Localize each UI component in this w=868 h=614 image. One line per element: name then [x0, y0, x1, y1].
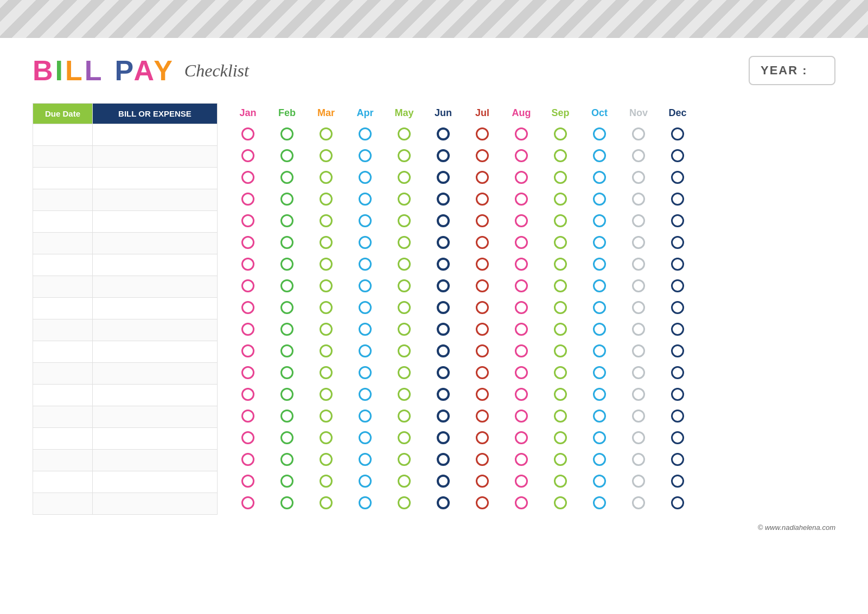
year-box[interactable]: YEAR : — [749, 56, 835, 85]
check-cell-jun[interactable] — [424, 363, 463, 385]
circle-jan[interactable] — [241, 366, 254, 379]
check-cell-jun[interactable] — [424, 276, 463, 298]
check-cell-sep[interactable] — [541, 276, 580, 298]
circle-apr[interactable] — [359, 431, 372, 444]
circle-nov[interactable] — [632, 149, 645, 162]
bill-expense-cell[interactable] — [93, 385, 218, 406]
circle-apr[interactable] — [359, 344, 372, 357]
check-cell-jan[interactable] — [228, 146, 267, 168]
check-cell-jun[interactable] — [424, 406, 463, 428]
circle-aug[interactable] — [515, 475, 528, 488]
check-cell-apr[interactable] — [346, 406, 385, 428]
check-cell-dec[interactable] — [658, 406, 697, 428]
circle-oct[interactable] — [593, 323, 606, 336]
check-cell-nov[interactable] — [619, 450, 658, 471]
circle-jan[interactable] — [241, 323, 254, 336]
check-cell-aug[interactable] — [502, 298, 541, 319]
circle-mar[interactable] — [320, 496, 333, 509]
circle-jun[interactable] — [437, 410, 450, 423]
circle-dec[interactable] — [671, 236, 684, 249]
check-cell-jul[interactable] — [463, 211, 502, 233]
check-cell-jul[interactable] — [463, 233, 502, 254]
circle-may[interactable] — [398, 301, 411, 314]
circle-aug[interactable] — [515, 323, 528, 336]
check-cell-may[interactable] — [385, 254, 424, 276]
circle-nov[interactable] — [632, 171, 645, 184]
circle-may[interactable] — [398, 214, 411, 227]
circle-jul[interactable] — [476, 214, 489, 227]
circle-apr[interactable] — [359, 171, 372, 184]
circle-oct[interactable] — [593, 496, 606, 509]
check-cell-feb[interactable] — [267, 341, 307, 363]
check-cell-jun[interactable] — [424, 124, 463, 146]
circle-sep[interactable] — [554, 236, 567, 249]
check-cell-jul[interactable] — [463, 471, 502, 493]
circle-dec[interactable] — [671, 496, 684, 509]
check-cell-oct[interactable] — [580, 276, 619, 298]
circle-jun[interactable] — [437, 149, 450, 162]
due-date-cell[interactable] — [33, 211, 93, 233]
circle-jul[interactable] — [476, 388, 489, 401]
circle-aug[interactable] — [515, 431, 528, 444]
circle-mar[interactable] — [320, 366, 333, 379]
due-date-cell[interactable] — [33, 189, 93, 211]
check-cell-oct[interactable] — [580, 146, 619, 168]
check-cell-mar[interactable] — [307, 276, 346, 298]
circle-oct[interactable] — [593, 236, 606, 249]
circle-dec[interactable] — [671, 388, 684, 401]
check-cell-may[interactable] — [385, 124, 424, 146]
circle-nov[interactable] — [632, 279, 645, 292]
check-cell-oct[interactable] — [580, 124, 619, 146]
bill-expense-cell[interactable] — [93, 146, 218, 168]
circle-jan[interactable] — [241, 127, 254, 140]
circle-dec[interactable] — [671, 171, 684, 184]
circle-jan[interactable] — [241, 453, 254, 466]
check-cell-dec[interactable] — [658, 254, 697, 276]
check-cell-oct[interactable] — [580, 385, 619, 406]
circle-may[interactable] — [398, 323, 411, 336]
check-cell-dec[interactable] — [658, 168, 697, 189]
circle-apr[interactable] — [359, 323, 372, 336]
check-cell-oct[interactable] — [580, 450, 619, 471]
bill-expense-cell[interactable] — [93, 450, 218, 471]
circle-sep[interactable] — [554, 475, 567, 488]
due-date-cell[interactable] — [33, 298, 93, 319]
check-cell-aug[interactable] — [502, 276, 541, 298]
check-cell-dec[interactable] — [658, 363, 697, 385]
check-cell-aug[interactable] — [502, 189, 541, 211]
check-cell-mar[interactable] — [307, 124, 346, 146]
check-cell-jul[interactable] — [463, 406, 502, 428]
check-cell-feb[interactable] — [267, 319, 307, 341]
circle-jun[interactable] — [437, 431, 450, 444]
circle-jan[interactable] — [241, 171, 254, 184]
bill-expense-cell[interactable] — [93, 298, 218, 319]
circle-sep[interactable] — [554, 388, 567, 401]
bill-expense-cell[interactable] — [93, 428, 218, 450]
check-cell-apr[interactable] — [346, 319, 385, 341]
check-cell-nov[interactable] — [619, 146, 658, 168]
check-cell-jul[interactable] — [463, 168, 502, 189]
circle-dec[interactable] — [671, 214, 684, 227]
bill-expense-cell[interactable] — [93, 406, 218, 428]
due-date-cell[interactable] — [33, 319, 93, 341]
check-cell-nov[interactable] — [619, 276, 658, 298]
circle-apr[interactable] — [359, 410, 372, 423]
check-cell-feb[interactable] — [267, 276, 307, 298]
circle-oct[interactable] — [593, 301, 606, 314]
check-cell-feb[interactable] — [267, 146, 307, 168]
check-cell-apr[interactable] — [346, 428, 385, 450]
check-cell-apr[interactable] — [346, 298, 385, 319]
circle-sep[interactable] — [554, 149, 567, 162]
due-date-cell[interactable] — [33, 276, 93, 298]
check-cell-jul[interactable] — [463, 319, 502, 341]
circle-jul[interactable] — [476, 149, 489, 162]
check-cell-dec[interactable] — [658, 493, 697, 515]
check-cell-apr[interactable] — [346, 254, 385, 276]
check-cell-feb[interactable] — [267, 211, 307, 233]
check-cell-jun[interactable] — [424, 428, 463, 450]
circle-oct[interactable] — [593, 475, 606, 488]
check-cell-feb[interactable] — [267, 189, 307, 211]
bill-expense-cell[interactable] — [93, 319, 218, 341]
check-cell-jan[interactable] — [228, 406, 267, 428]
circle-sep[interactable] — [554, 496, 567, 509]
